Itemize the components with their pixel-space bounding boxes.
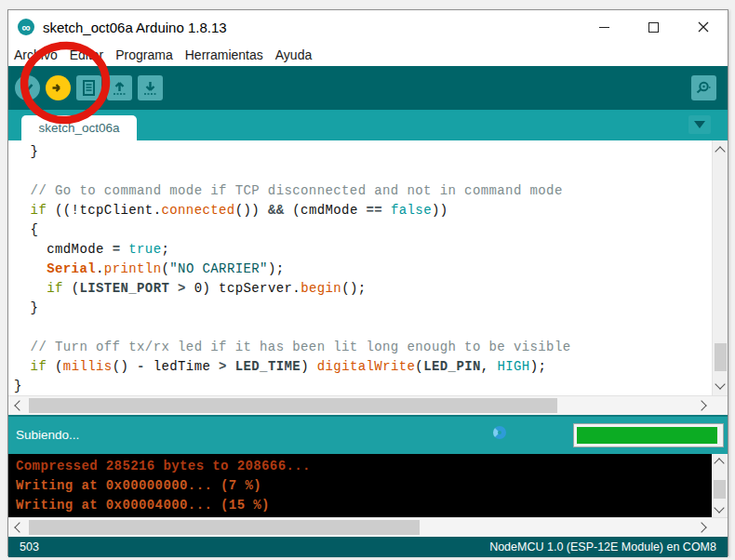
code-line: if (LISTEN_PORT > 0) tcpServer.begin(); [14, 279, 711, 299]
window-controls [580, 10, 728, 44]
close-icon [698, 21, 709, 33]
upload-progress-bar [573, 423, 724, 447]
tab-sketch-oct06a[interactable]: sketch_oct06a [21, 115, 137, 140]
upload-progress-fill [577, 427, 717, 444]
output-console: Compressed 285216 bytes to 208666...Writ… [8, 454, 728, 517]
menu-bar: Archivo Editar Programa Herramientas Ayu… [8, 44, 728, 66]
console-horizontal-scrollbar[interactable] [8, 517, 728, 537]
scroll-right-icon[interactable] [696, 400, 706, 410]
serial-monitor-button[interactable] [691, 75, 716, 100]
document-icon [82, 80, 96, 96]
screen: ∞ sketch_oct06a Arduino 1.8.13 Archivo E… [0, 0, 735, 560]
code-line: } [14, 299, 711, 318]
magnifier-icon [695, 80, 713, 96]
minimize-button[interactable] [580, 10, 629, 44]
code-line: // Turn off tx/rx led if it has been lit… [14, 338, 711, 357]
menu-item-ayuda[interactable]: Ayuda [275, 47, 312, 62]
menu-item-programa[interactable]: Programa [115, 47, 172, 62]
console-line: Compressed 285216 bytes to 208666... [8, 457, 711, 476]
editor-horizontal-scrollbar[interactable] [8, 395, 728, 415]
code-lines: } // Go to command mode if TCP disconnec… [14, 142, 711, 395]
arduino-logo-icon: ∞ [18, 19, 34, 35]
upload-button[interactable] [46, 75, 71, 100]
menu-item-herramientas[interactable]: Herramientas [185, 47, 263, 62]
tab-bar: sketch_oct06a [8, 110, 728, 140]
scroll-right-icon[interactable] [696, 522, 706, 532]
tab-list-button[interactable] [688, 115, 711, 134]
code-line: { [14, 220, 711, 240]
code-editor[interactable]: } // Go to command mode if TCP disconnec… [8, 140, 728, 395]
window-title: sketch_oct06a Arduino 1.8.13 [43, 20, 227, 35]
close-button[interactable] [678, 10, 728, 44]
verify-button[interactable] [15, 75, 40, 100]
code-line [14, 162, 711, 181]
arduino-window: ∞ sketch_oct06a Arduino 1.8.13 Archivo E… [7, 9, 728, 556]
code-line: // Go to command mode if TCP disconnecte… [14, 181, 711, 201]
check-icon [20, 81, 34, 95]
save-button[interactable] [138, 75, 163, 100]
editor-vertical-scrollbar[interactable] [712, 140, 728, 395]
cursor-line-number: 503 [20, 540, 39, 553]
toolbar [8, 66, 728, 110]
scroll-up-icon[interactable] [714, 458, 724, 468]
console-lines: Compressed 285216 bytes to 208666...Writ… [8, 457, 711, 515]
scroll-down-icon[interactable] [715, 379, 725, 389]
code-line: if (millis() - ledTime > LED_TIME) digit… [14, 357, 711, 377]
editor-vscroll-thumb[interactable] [715, 343, 727, 371]
scroll-left-icon[interactable] [14, 522, 24, 532]
maximize-icon [648, 22, 659, 33]
arrow-up-icon [112, 80, 127, 96]
console-vertical-scrollbar[interactable] [712, 454, 728, 517]
chevron-down-icon [694, 121, 705, 128]
console-hscroll-thumb[interactable] [29, 520, 420, 535]
open-button[interactable] [107, 75, 132, 100]
new-sketch-button[interactable] [76, 75, 101, 100]
console-vscroll-thumb[interactable] [714, 480, 726, 499]
code-line: if ((!tcpClient.connected()) && (cmdMode… [14, 201, 711, 220]
tab-label: sketch_oct06a [38, 121, 119, 135]
right-arrow-icon [51, 81, 65, 95]
scroll-down-icon[interactable] [714, 502, 724, 513]
title-bar: ∞ sketch_oct06a Arduino 1.8.13 [8, 10, 728, 44]
footer-status-bar: 503 NodeMCU 1.0 (ESP-12E Module) en COM8 [8, 537, 728, 557]
scroll-up-icon[interactable] [715, 146, 725, 156]
code-line: } [14, 142, 711, 162]
board-port-info: NodeMCU 1.0 (ESP-12E Module) en COM8 [489, 540, 716, 553]
status-message: Subiendo... [16, 428, 79, 442]
editor-hscroll-thumb[interactable] [29, 398, 557, 413]
minimize-icon [599, 27, 609, 28]
upload-status-bar: Subiendo... [8, 415, 728, 454]
menu-item-editar[interactable]: Editar [70, 47, 104, 62]
code-line: cmdMode = true; [14, 240, 711, 260]
menu-item-archivo[interactable]: Archivo [14, 47, 58, 62]
scroll-left-icon[interactable] [14, 400, 24, 410]
code-line: Serial.println("NO CARRIER"); [14, 260, 711, 279]
console-line: Writing at 0x00004000... (15 %) [8, 496, 711, 515]
code-line: } [14, 377, 711, 395]
console-line: Writing at 0x00000000... (7 %) [8, 476, 711, 496]
arrow-down-icon [142, 80, 158, 96]
code-line [14, 318, 711, 338]
maximize-button[interactable] [629, 10, 678, 44]
busy-cursor-icon [493, 426, 506, 439]
